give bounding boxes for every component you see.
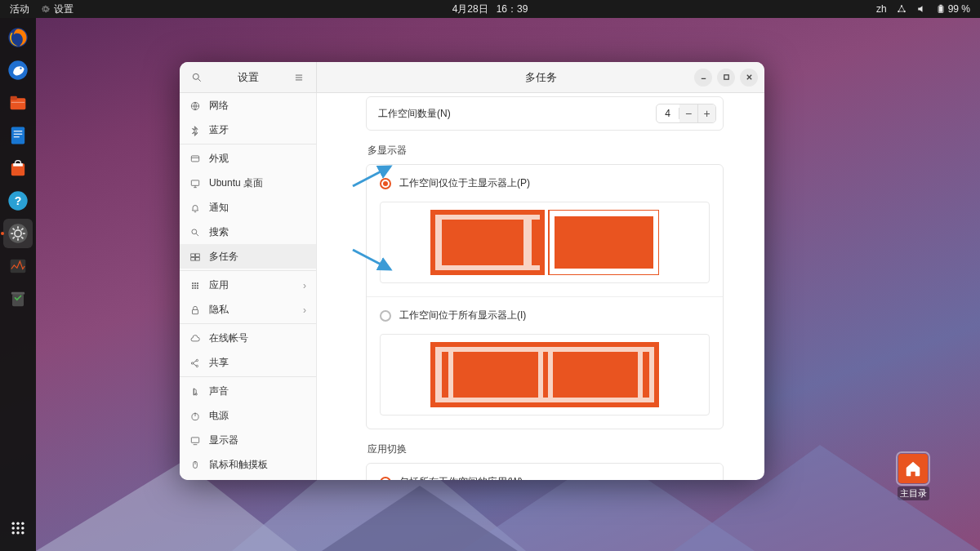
dock-firefox[interactable]	[3, 23, 33, 52]
search-button[interactable]	[188, 69, 206, 87]
sidebar-item-network[interactable]: 网络	[180, 93, 316, 118]
sidebar-item-applications[interactable]: 应用 ›	[180, 273, 316, 297]
dock-files[interactable]	[3, 88, 33, 118]
dock-settings[interactable]	[3, 219, 33, 248]
svg-line-42	[198, 78, 201, 81]
svg-rect-94	[442, 352, 448, 398]
sidebar-item-multitasking[interactable]: 多任务	[180, 244, 316, 269]
help-icon: ?	[7, 189, 29, 212]
close-button[interactable]	[740, 69, 758, 87]
settings-window: 设置 多任务 网络 蓝牙	[180, 62, 764, 480]
stepper-plus[interactable]: +	[697, 104, 715, 123]
radio-label: 工作空间位于所有显示器上(I)	[399, 309, 526, 322]
annotation-arrow	[350, 247, 395, 274]
svg-text:?: ?	[15, 194, 22, 207]
system-status-area[interactable]: zh 99 %	[876, 3, 980, 15]
multi-display-header: 多显示器	[368, 144, 724, 158]
network-icon	[897, 4, 906, 14]
svg-rect-23	[12, 294, 24, 306]
sidebar-item-displays[interactable]: 显示器	[180, 428, 316, 452]
radio-workspaces-all[interactable]: 工作空间位于所有显示器上(I)	[367, 297, 723, 334]
dock-libreoffice-writer[interactable]	[3, 121, 33, 150]
settings-sidebar[interactable]: 网络 蓝牙 外观 Ubuntu 桌面 通知 搜索	[180, 93, 317, 480]
monitor-icon	[7, 255, 29, 278]
workspaces-primary-illustration	[430, 210, 659, 275]
multitask-icon	[189, 251, 201, 263]
svg-rect-24	[11, 292, 24, 295]
desktop-icon	[189, 178, 201, 189]
svg-point-65	[197, 282, 198, 283]
dock-show-apps[interactable]	[3, 513, 33, 543]
date-label: 4月28日	[452, 3, 488, 15]
sidebar-item-appearance[interactable]: 外观	[180, 146, 316, 171]
sidebar-item-mouse-touchpad[interactable]: 鼠标和触摸板	[180, 452, 316, 477]
search-icon	[191, 72, 203, 83]
sidebar-item-sharing[interactable]: 共享	[180, 350, 316, 375]
sidebar-item-search[interactable]: 搜索	[180, 220, 316, 244]
workspaces-all-illustration	[430, 342, 659, 407]
svg-point-70	[194, 287, 195, 288]
workspace-count-stepper[interactable]: 4 − +	[656, 104, 716, 123]
svg-line-40	[353, 250, 390, 269]
sidebar-item-label: Ubuntu 桌面	[209, 176, 263, 190]
dock-thunderbird[interactable]	[3, 56, 33, 85]
globe-icon	[189, 100, 201, 112]
svg-rect-15	[14, 136, 20, 137]
display-icon	[189, 435, 201, 447]
svg-rect-98	[643, 352, 649, 398]
sidebar-item-online-accounts[interactable]: 在线帐号	[180, 326, 316, 350]
settings-content[interactable]: 工作空间数量(N) 4 − + 多显示器 工作空间仅位于主显示器上(P)	[317, 93, 764, 480]
shopping-bag-icon	[7, 157, 29, 180]
dock-system-monitor[interactable]	[3, 251, 33, 281]
sidebar-item-label: 共享	[209, 356, 229, 370]
sidebar-item-ubuntu-desktop[interactable]: Ubuntu 桌面	[180, 171, 316, 195]
maximize-button[interactable]	[717, 69, 735, 87]
top-bar: 活动 设置 4月28日 16：39 zh 99 %	[0, 0, 980, 18]
time-label: 16：39	[497, 3, 528, 15]
minimize-button[interactable]	[694, 69, 712, 87]
svg-rect-61	[191, 257, 195, 260]
appearance-icon	[189, 153, 201, 165]
svg-rect-17	[13, 163, 23, 167]
maximize-icon	[723, 73, 730, 81]
svg-rect-82	[191, 437, 198, 442]
sidebar-item-label: 显示器	[209, 433, 238, 447]
dock-help[interactable]: ?	[3, 186, 33, 216]
grid-icon	[7, 517, 29, 540]
hamburger-button[interactable]	[290, 69, 308, 87]
svg-line-76	[194, 361, 197, 362]
radio-apps-all-workspaces[interactable]: 包括所有工作空间的应用(W)	[367, 464, 723, 480]
svg-rect-47	[724, 75, 728, 79]
sidebar-item-sound[interactable]: 声音	[180, 379, 316, 403]
svg-point-64	[194, 282, 195, 283]
sidebar-item-bluetooth[interactable]: 蓝牙	[180, 118, 316, 142]
sidebar-item-power[interactable]: 电源	[180, 403, 316, 428]
illustration-primary	[367, 202, 723, 296]
activities-button[interactable]: 活动	[10, 2, 29, 16]
dock-trash[interactable]	[3, 284, 33, 313]
svg-point-68	[197, 285, 198, 286]
radio-workspaces-primary[interactable]: 工作空间仅位于主显示器上(P)	[367, 165, 723, 202]
svg-rect-53	[191, 180, 198, 184]
stepper-minus[interactable]: −	[679, 104, 697, 123]
sidebar-item-label: 声音	[209, 384, 229, 398]
input-method-indicator[interactable]: zh	[876, 3, 887, 15]
radio-icon	[380, 310, 391, 322]
svg-rect-12	[11, 127, 24, 144]
svg-point-26	[16, 522, 20, 525]
sidebar-item-privacy[interactable]: 隐私 ›	[180, 297, 316, 322]
share-icon	[189, 358, 201, 369]
chevron-right-icon: ›	[303, 280, 306, 291]
svg-point-66	[192, 285, 193, 286]
apps-icon	[189, 280, 201, 291]
app-menu[interactable]: 设置	[41, 2, 74, 16]
dock-software[interactable]	[3, 153, 33, 183]
clock[interactable]: 4月28日 16：39	[452, 2, 528, 16]
annotation-arrow	[350, 162, 395, 189]
svg-line-58	[196, 233, 198, 236]
svg-point-63	[192, 282, 193, 283]
document-icon	[7, 124, 29, 147]
sidebar-item-label: 外观	[209, 152, 229, 166]
svg-line-39	[353, 167, 390, 186]
sidebar-item-notifications[interactable]: 通知	[180, 195, 316, 220]
